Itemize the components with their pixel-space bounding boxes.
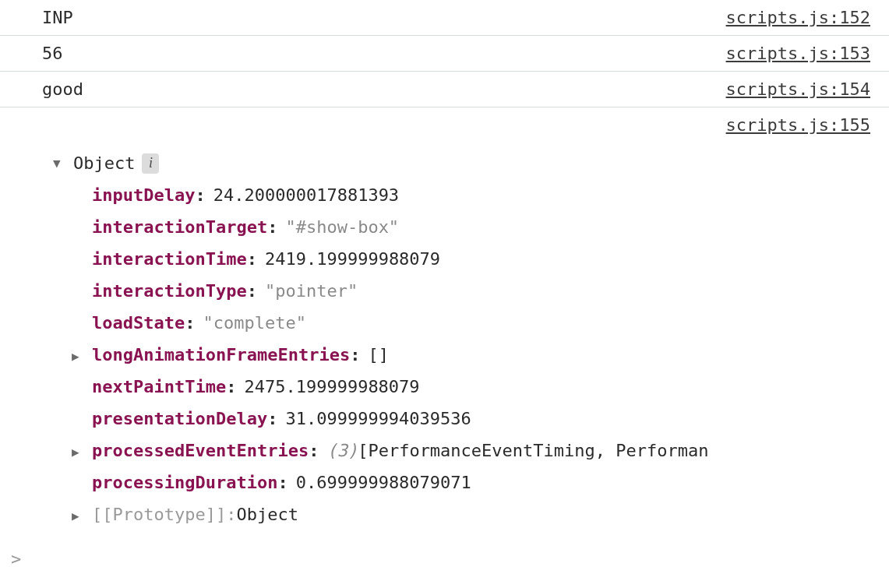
property-key: processedEventEntries [92,438,309,463]
colon: : [247,246,257,272]
property-key: longAnimationFrameEntries [92,342,350,368]
source-link[interactable]: scripts.js:153 [726,40,870,66]
console-log-row: INP scripts.js:152 [0,0,889,36]
disclosure-triangle-icon[interactable]: ▶ [72,507,92,526]
colon: : [247,278,257,304]
prompt-caret-icon: > [11,546,21,572]
property-value: "pointer" [265,278,358,304]
property-value: [] [368,342,389,368]
console-log-row: good scripts.js:154 [0,71,889,107]
property-key: inputDelay [92,182,195,208]
property-row-processedEventEntries[interactable]: ▶processedEventEntries:(3) [PerformanceE… [92,435,870,467]
property-key: interactionType [92,278,247,304]
property-row-prototype[interactable]: ▶[[Prototype]]: Object [92,498,870,530]
object-properties: inputDelay:24.200000017881393 interactio… [42,176,870,530]
property-value: 2475.199999988079 [244,374,419,400]
object-source-row: scripts.js:155 [42,112,870,150]
property-row-processingDuration[interactable]: processingDuration:0.699999988079071 [92,467,870,498]
property-value: Object [236,502,298,527]
property-row-interactionTarget[interactable]: interactionTarget:"#show-box" [92,211,870,243]
log-value: good [42,76,83,102]
property-key: loadState [92,310,185,336]
property-key: [[Prototype]] [92,502,226,527]
property-value: "complete" [203,310,305,336]
property-row-interactionType[interactable]: interactionType:"pointer" [92,275,870,307]
info-icon[interactable]: i [142,153,159,174]
property-key: nextPaintTime [92,374,226,400]
colon: : [277,470,288,495]
disclosure-triangle-icon[interactable]: ▶ [72,347,92,366]
object-label: Object [73,150,135,176]
source-link[interactable]: scripts.js:152 [726,5,870,30]
property-row-inputDelay[interactable]: inputDelay:24.200000017881393 [92,179,870,211]
property-value: 31.099999994039536 [285,406,471,431]
object-header[interactable]: Object i [42,150,870,176]
colon: : [226,502,236,527]
property-row-loadState[interactable]: loadState:"complete" [92,307,870,339]
log-value: 56 [42,40,63,66]
colon: : [309,438,319,463]
property-row-interactionTime[interactable]: interactionTime:2419.199999988079 [92,243,870,275]
disclosure-triangle-icon[interactable] [53,154,69,173]
property-key: interactionTarget [92,214,267,240]
property-value: 24.200000017881393 [213,182,399,208]
property-value: 0.699999988079071 [296,470,471,495]
property-row-presentationDelay[interactable]: presentationDelay:31.099999994039536 [92,403,870,435]
property-row-longAnimationFrameEntries[interactable]: ▶longAnimationFrameEntries:[] [92,339,870,371]
colon: : [195,182,205,208]
console-log-row: 56 scripts.js:153 [0,35,889,72]
property-row-nextPaintTime[interactable]: nextPaintTime:2475.199999988079 [92,371,870,403]
colon: : [185,310,195,336]
colon: : [226,374,236,400]
property-value: "#show-box" [285,214,399,240]
property-key: interactionTime [92,246,247,272]
log-value: INP [42,5,73,30]
property-key: presentationDelay [92,406,267,431]
disclosure-triangle-icon[interactable]: ▶ [72,443,92,462]
property-key: processingDuration [92,470,277,495]
colon: : [350,342,360,368]
colon: : [267,214,277,240]
source-link[interactable]: scripts.js:154 [726,76,870,102]
property-value: 2419.199999988079 [265,246,440,272]
source-link[interactable]: scripts.js:155 [726,112,870,138]
console-prompt[interactable]: > [0,538,889,579]
property-count: (3) [326,438,358,463]
console-object-log: scripts.js:155 Object i inputDelay:24.20… [0,107,889,538]
colon: : [267,406,277,431]
property-value: [PerformanceEventTiming, Performan [358,438,708,463]
